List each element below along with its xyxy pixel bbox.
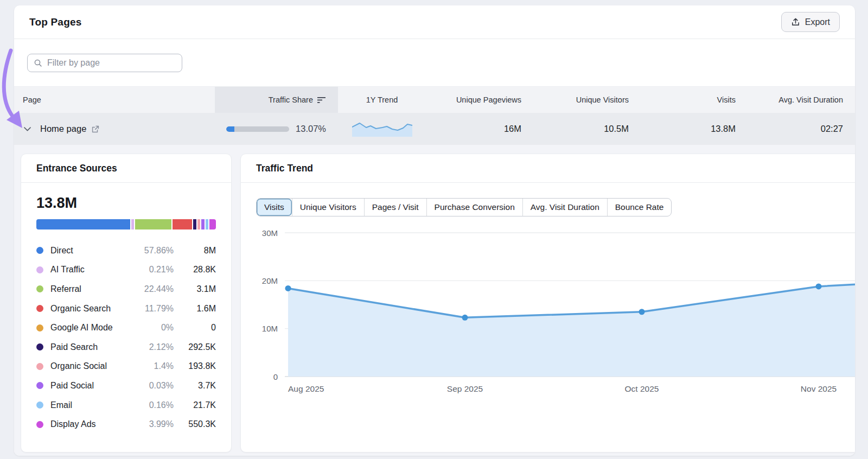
legend-row: Direct 57.86% 8M	[36, 241, 216, 260]
traffic-share-cell: 13.07%	[215, 113, 338, 145]
legend-row: Display Ads 3.99% 550.3K	[36, 415, 216, 434]
legend-source-label: Email	[50, 400, 133, 410]
search-icon	[34, 59, 42, 67]
legend-color-dot	[36, 305, 43, 312]
legend-row: Email 0.16% 21.7K	[36, 396, 216, 415]
page-title: Top Pages	[29, 16, 81, 28]
tab-pages-visit[interactable]: Pages / Visit	[364, 199, 426, 216]
annotation-arrow-stroke	[4, 50, 12, 116]
column-header-page[interactable]: Page	[14, 87, 215, 113]
legend-value: 550.3K	[174, 419, 216, 429]
unique-visitors-value: 10.5M	[521, 113, 629, 145]
tab-purchase-conversion[interactable]: Purchase Conversion	[426, 199, 522, 216]
column-header-traffic-share[interactable]: Traffic Share	[215, 87, 338, 113]
entrance-total-value: 13.8M	[36, 195, 216, 212]
search-box[interactable]	[27, 54, 182, 72]
legend-row: Referral 22.44% 3.1M	[36, 279, 216, 299]
unique-pageviews-value: 16M	[426, 113, 521, 145]
table-row-home-page[interactable]: Home page 13.07% 16M 10.5M 13.8M 02:27	[14, 113, 855, 145]
traffic-share-bar-track	[226, 126, 289, 132]
legend-source-label: Referral	[50, 284, 133, 294]
page-name-link[interactable]: Home page	[40, 124, 86, 134]
legend-percent: 22.44%	[133, 284, 174, 294]
tab-avg-visit-duration[interactable]: Avg. Visit Duration	[522, 199, 607, 216]
bar-segment-paid-search	[193, 219, 196, 229]
filter-input[interactable]	[47, 58, 176, 68]
legend-value: 292.5K	[174, 342, 216, 352]
legend-color-dot	[36, 285, 43, 292]
svg-text:Aug 2025: Aug 2025	[288, 384, 324, 393]
bar-segment-email	[206, 219, 208, 229]
collapse-row-button[interactable]	[23, 126, 32, 132]
entrance-distribution-bar	[36, 219, 216, 229]
export-label: Export	[805, 17, 830, 27]
traffic-share-value: 13.07%	[296, 124, 326, 134]
traffic-trend-chart-wrap: 30M20M10M0Aug 2025Sep 2025Oct 2025Nov 20…	[256, 218, 855, 400]
legend-row: Organic Search 11.79% 1.6M	[36, 299, 216, 318]
bar-segment-paid-social	[201, 219, 204, 229]
legend-percent: 0.16%	[133, 400, 174, 410]
legend-percent: 2.12%	[133, 342, 174, 352]
tab-bounce-rate[interactable]: Bounce Rate	[607, 199, 672, 216]
legend-percent: 11.79%	[133, 304, 174, 314]
legend-value: 21.7K	[174, 400, 216, 410]
column-header-visits[interactable]: Visits	[629, 87, 736, 113]
bar-segment-direct	[36, 219, 130, 229]
bar-segment-organic-social	[197, 219, 200, 229]
legend-value: 3.7K	[174, 381, 216, 391]
bar-segment-display-ads	[209, 219, 216, 229]
table-header: Page Traffic Share 1Y Trend Unique Pagev…	[14, 87, 855, 113]
legend-percent: 0.21%	[133, 265, 174, 275]
legend-row: Organic Social 1.4% 193.8K	[36, 357, 216, 377]
legend-color-dot	[36, 343, 43, 350]
legend-row: AI Traffic 0.21% 28.8K	[36, 260, 216, 280]
entrance-sources-body: 13.8M Direct 57.86% 8M AI Traffic 0.21% …	[21, 183, 231, 434]
traffic-trend-body: VisitsUnique VisitorsPages / VisitPurcha…	[241, 183, 855, 400]
column-header-1y-trend[interactable]: 1Y Trend	[338, 87, 426, 113]
entrance-legend: Direct 57.86% 8M AI Traffic 0.21% 28.8K …	[36, 241, 216, 434]
sparkline-chart	[352, 122, 412, 137]
legend-color-dot	[36, 363, 43, 370]
filter-bar	[14, 39, 855, 87]
tab-unique-visitors[interactable]: Unique Visitors	[292, 199, 364, 216]
export-icon	[791, 17, 800, 27]
visits-value: 13.8M	[629, 113, 736, 145]
entrance-sources-title: Entrance Sources	[21, 154, 231, 183]
tab-visits[interactable]: Visits	[257, 199, 292, 216]
expanded-row-detail: Entrance Sources 13.8M Direct 57.86% 8M …	[14, 145, 855, 456]
chevron-down-icon	[24, 127, 31, 131]
legend-value: 193.8K	[174, 361, 216, 371]
legend-row: Paid Search 2.12% 292.5K	[36, 337, 216, 357]
legend-source-label: Paid Social	[50, 381, 133, 391]
legend-color-dot	[36, 324, 43, 331]
legend-percent: 0.03%	[133, 381, 174, 391]
column-header-avg-visit-duration[interactable]: Avg. Visit Duration	[736, 87, 843, 113]
external-link-icon[interactable]	[91, 125, 100, 133]
legend-value: 0	[174, 323, 216, 333]
trend-cell	[338, 113, 426, 145]
page-cell: Home page	[14, 113, 215, 145]
legend-percent: 0%	[133, 323, 174, 333]
legend-row: Google AI Mode 0% 0	[36, 318, 216, 337]
top-pages-card: Top Pages Export Page	[14, 5, 855, 456]
legend-row: Paid Social 0.03% 3.7K	[36, 376, 216, 396]
traffic-trend-title: Traffic Trend	[241, 154, 855, 183]
traffic-trend-panel: Traffic Trend VisitsUnique VisitorsPages…	[240, 154, 855, 452]
export-button[interactable]: Export	[781, 12, 840, 32]
traffic-share-bar-fill	[226, 126, 234, 132]
legend-source-label: AI Traffic	[50, 265, 133, 275]
legend-color-dot	[36, 247, 43, 254]
sort-descending-icon	[317, 97, 326, 104]
legend-source-label: Paid Search	[50, 342, 133, 352]
legend-percent: 1.4%	[133, 361, 174, 371]
bar-segment-referral	[135, 219, 171, 229]
legend-color-dot	[36, 266, 43, 273]
legend-value: 3.1M	[174, 284, 216, 294]
card-header: Top Pages Export	[14, 5, 855, 39]
svg-text:Oct 2025: Oct 2025	[625, 384, 659, 393]
column-header-unique-visitors[interactable]: Unique Visitors	[521, 87, 629, 113]
column-header-unique-pageviews[interactable]: Unique Pageviews	[426, 87, 521, 113]
legend-source-label: Google AI Mode	[50, 323, 133, 333]
legend-value: 28.8K	[174, 265, 216, 275]
legend-color-dot	[36, 382, 43, 389]
